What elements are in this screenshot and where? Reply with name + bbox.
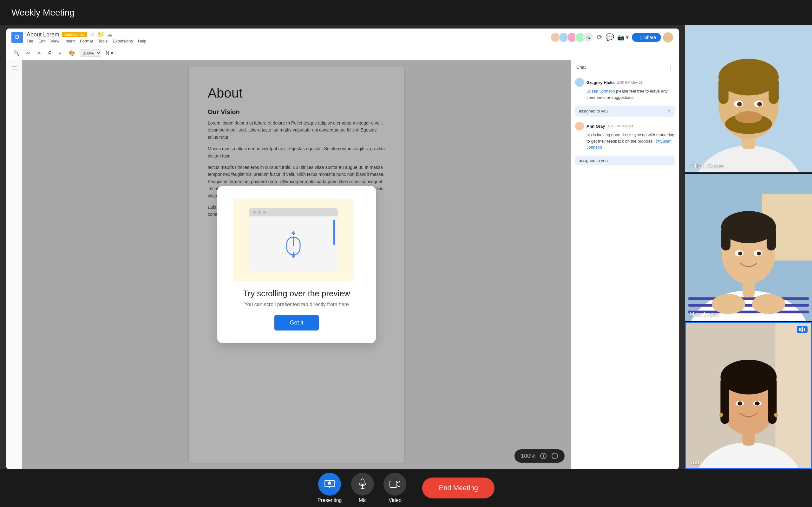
bottom-bar: Presenting Mic Video End Meeting (0, 469, 812, 507)
docs-content[interactable]: About Our Vision Lorem ipsum dolor s ut … (22, 60, 571, 469)
chat-messages[interactable]: Gregory Hicks 2:30 PM May 21 Susan Johns… (571, 74, 679, 469)
video-svg (389, 480, 401, 488)
menu-file[interactable]: File (27, 39, 33, 43)
menu-view[interactable]: View (50, 39, 59, 43)
assigned-badge-2: assigned to you (575, 156, 675, 165)
video-grid: Cillian Garner (685, 25, 812, 469)
browser-content (249, 216, 338, 272)
browser-dot-3 (263, 211, 266, 214)
svg-rect-23 (688, 304, 809, 306)
svg-rect-30 (721, 227, 731, 250)
end-meeting-button[interactable]: End Meeting (422, 477, 495, 498)
svg-rect-54 (390, 481, 397, 487)
present-svg (324, 480, 335, 489)
assigned-badge-1: assigned to you ✓ (575, 106, 675, 117)
tooltip-subtitle: You can scroll presented tab directly fr… (233, 302, 360, 307)
docs-toolbar-top: D About Lorem Confidential ☆ 📁 ☁ File Ed… (6, 29, 679, 46)
menu-format[interactable]: Format (80, 39, 93, 43)
docs-frame: D About Lorem Confidential ☆ 📁 ☁ File Ed… (6, 29, 679, 469)
heading-dropdown[interactable]: N ▾ (104, 49, 115, 57)
tooltip-title: Try scrolling over the preview (233, 289, 360, 298)
svg-point-15 (737, 102, 742, 107)
video-label: Video (389, 498, 402, 503)
svg-rect-11 (718, 77, 728, 104)
chat-panel: Chat ⋮ Gregory Hicks 2:30 PM May 21 (571, 60, 679, 469)
outline-icon[interactable]: ☰ (11, 65, 17, 73)
confidential-badge: Confidential (62, 32, 87, 37)
chat-options-icon[interactable]: ⋮ (668, 64, 674, 71)
svg-point-35 (757, 251, 761, 256)
video-tile-3: You (685, 322, 812, 469)
chat-msg-header-1: Gregory Hicks 2:30 PM May 21 (575, 78, 675, 87)
speaking-indicator (797, 326, 808, 333)
video-tile-2: Marc Lopez (685, 174, 812, 321)
folder-icon[interactable]: 📁 (97, 31, 104, 38)
comment-icon[interactable]: 💬 (606, 33, 614, 42)
svg-point-47 (755, 401, 760, 406)
tooltip-illustration (233, 199, 354, 281)
svg-rect-22 (688, 297, 809, 300)
spellcheck-btn[interactable]: ✓ (56, 49, 64, 57)
svg-rect-31 (767, 227, 776, 250)
docs-title: About Lorem (27, 32, 59, 38)
redo-btn[interactable]: ↪ (35, 49, 43, 57)
person-svg-1 (685, 25, 812, 172)
avatar-group: +2 (550, 32, 594, 43)
menu-tools[interactable]: Tools (98, 39, 107, 43)
main-area: D About Lorem Confidential ☆ 📁 ☁ File Ed… (0, 25, 812, 469)
chat-text-2: his is looking good. Let's sync up with … (575, 132, 675, 151)
video-person-1 (685, 25, 812, 172)
presentation-area: D About Lorem Confidential ☆ 📁 ☁ File Ed… (0, 25, 685, 469)
docs-menu-bar: File Edit View Insert Format Tools Exten… (27, 39, 547, 43)
cloud-icon[interactable]: ☁ (107, 31, 113, 38)
menu-extensions[interactable]: Extensions (113, 39, 133, 43)
speak-bar-2 (802, 327, 803, 332)
menu-edit[interactable]: Edit (38, 39, 45, 43)
zoom-select[interactable]: 100% 75% 125% (80, 49, 101, 57)
camera-dropdown-icon[interactable]: 📷 ▾ (617, 34, 629, 41)
mic-button[interactable]: Mic (351, 473, 374, 503)
chat-avatar-2 (575, 122, 584, 130)
video-person-3 (685, 322, 812, 469)
presenting-button[interactable]: Presenting (317, 473, 342, 503)
share-button[interactable]: 👥 Share (632, 33, 661, 42)
video-button[interactable]: Video (384, 473, 406, 503)
scroll-tooltip: Try scrolling over the preview You can s… (217, 186, 376, 343)
menu-help[interactable]: Help (138, 39, 147, 43)
history-icon[interactable]: ⟳ (597, 33, 602, 42)
docs-toolbar-second: 🔍 ↩ ↪ 🖨 ✓ 🎨 100% 75% 125% N ▾ (6, 46, 679, 60)
chat-time-2: 4:20 PM May 23 (608, 124, 633, 128)
chat-link-1[interactable]: Susan Johnson (587, 89, 615, 94)
chat-sender-1: Gregory Hicks (587, 80, 615, 85)
chat-header: Chat ⋮ (571, 60, 679, 74)
person-svg-2 (685, 174, 812, 321)
browser-chrome (249, 208, 338, 216)
chat-avatar-1 (575, 78, 584, 87)
avatar-count: +2 (583, 32, 594, 43)
docs-content-wrapper: ☰ About Our Vision Lorem ipsum dolor s u… (6, 60, 679, 469)
svg-point-34 (738, 251, 742, 256)
search-btn[interactable]: 🔍 (11, 49, 21, 57)
print-btn[interactable]: 🖨 (45, 49, 54, 57)
menu-insert[interactable]: Insert (64, 39, 75, 43)
video-person-2 (685, 174, 812, 321)
got-it-button[interactable]: Got it (274, 315, 318, 331)
participant-name-2: Marc Lopez (690, 311, 719, 318)
chat-message-1: Gregory Hicks 2:30 PM May 21 Susan Johns… (575, 78, 675, 101)
svg-point-49 (774, 413, 778, 417)
mic-svg (358, 478, 367, 490)
participant-name-1: Cillian Garner (690, 163, 724, 169)
top-bar: Weekly Meeting (0, 0, 812, 25)
svg-rect-43 (768, 377, 776, 424)
svg-rect-42 (720, 377, 729, 424)
participant-name-3: You (690, 459, 699, 466)
share-label: Share (644, 35, 656, 40)
mic-label: Mic (359, 498, 367, 503)
star-icon[interactable]: ☆ (90, 31, 95, 38)
undo-btn[interactable]: ↩ (24, 49, 32, 57)
browser-mockup (249, 208, 338, 272)
svg-point-48 (719, 413, 723, 417)
share-icon: 👥 (637, 35, 642, 40)
browser-dot-1 (253, 211, 256, 214)
paint-format-btn[interactable]: 🎨 (67, 49, 77, 57)
